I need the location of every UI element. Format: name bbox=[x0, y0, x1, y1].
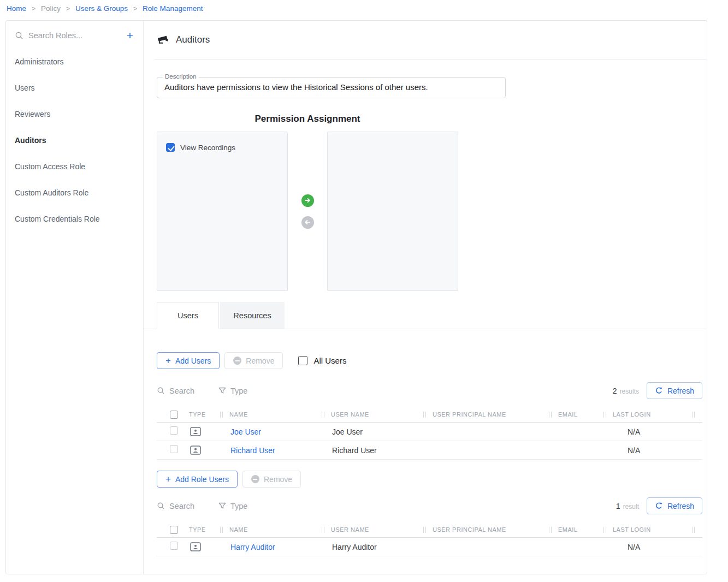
sidebar-item-administrators[interactable]: Administrators bbox=[6, 49, 143, 75]
view-recordings-checkbox[interactable] bbox=[166, 143, 175, 152]
select-all-checkbox[interactable] bbox=[170, 526, 178, 534]
assignment-arrows bbox=[288, 132, 327, 291]
description-label: Description bbox=[163, 73, 199, 80]
role-users-toolbar: + Add Role Users Remove bbox=[157, 471, 707, 488]
row-checkbox[interactable] bbox=[170, 542, 178, 550]
result-number: 1 bbox=[616, 502, 620, 510]
breadcrumb-link-users-groups[interactable]: Users & Groups bbox=[75, 4, 128, 13]
column-resize-handle[interactable] bbox=[322, 412, 324, 418]
sidebar-item-reviewers[interactable]: Reviewers bbox=[6, 101, 143, 127]
remove-role-users-label: Remove bbox=[264, 475, 292, 484]
sidebar-item-custom-access-role[interactable]: Custom Access Role bbox=[6, 153, 143, 180]
sidebar-item-custom-auditors-role[interactable]: Custom Auditors Role bbox=[6, 180, 143, 206]
users-table: TYPE NAME USER NAME USER PRINCIPAL NAME … bbox=[157, 407, 702, 460]
role-users-type-filter[interactable]: Type bbox=[218, 502, 247, 510]
roles-sidebar: + Administrators Users Reviewers Auditor… bbox=[6, 21, 144, 574]
refresh-icon bbox=[655, 387, 663, 395]
column-header-last-login[interactable]: LAST LOGIN bbox=[603, 522, 683, 537]
user-name-link[interactable]: Harry Auditor bbox=[230, 543, 275, 551]
users-refresh-button[interactable]: Refresh bbox=[647, 382, 702, 399]
users-filter-row: Search Type 2 results Refresh bbox=[157, 382, 702, 399]
page-title: Auditors bbox=[176, 34, 210, 45]
breadcrumb-link-home[interactable]: Home bbox=[7, 4, 26, 13]
remove-role-users-button[interactable]: Remove bbox=[242, 471, 301, 488]
assign-permission-button[interactable] bbox=[301, 194, 314, 207]
column-header-type[interactable]: TYPE bbox=[181, 522, 220, 537]
select-all-checkbox[interactable] bbox=[170, 411, 178, 419]
role-users-table: TYPE NAME USER NAME USER PRINCIPAL NAME … bbox=[157, 522, 702, 556]
column-header-email[interactable]: EMAIL bbox=[549, 407, 603, 422]
role-users-search-filter[interactable]: Search bbox=[157, 502, 194, 510]
row-checkbox[interactable] bbox=[170, 426, 178, 435]
sidebar-item-users[interactable]: Users bbox=[6, 75, 143, 101]
column-header-user-principal-name[interactable]: USER PRINCIPAL NAME bbox=[423, 407, 549, 422]
role-users-result-count: 1 result bbox=[616, 502, 639, 510]
tab-resources[interactable]: Resources bbox=[220, 302, 285, 329]
add-role-button[interactable]: + bbox=[126, 29, 134, 41]
column-resize-handle[interactable] bbox=[423, 527, 426, 533]
users-result-count: 2 results bbox=[613, 387, 639, 395]
column-resize-handle[interactable] bbox=[603, 412, 606, 418]
permission-assignment: Permission Assignment View Recordings bbox=[157, 114, 458, 291]
add-role-users-button[interactable]: + Add Role Users bbox=[157, 471, 238, 488]
unassign-permission-button[interactable] bbox=[301, 216, 314, 229]
users-type-filter[interactable]: Type bbox=[218, 387, 247, 395]
column-header-user-name[interactable]: USER NAME bbox=[322, 522, 423, 537]
column-header-name[interactable]: NAME bbox=[220, 407, 322, 422]
all-users-label: All Users bbox=[313, 356, 346, 365]
table-row: Harry Auditor Harry Auditor N/A bbox=[157, 538, 702, 556]
header-divider bbox=[155, 59, 707, 60]
column-resize-handle[interactable] bbox=[692, 527, 695, 533]
role-header: Auditors bbox=[144, 21, 707, 59]
all-users-toggle[interactable]: All Users bbox=[298, 356, 346, 365]
column-resize-handle[interactable] bbox=[220, 527, 223, 533]
column-resize-handle[interactable] bbox=[322, 527, 324, 533]
result-word: results bbox=[620, 388, 639, 395]
role-users-refresh-button[interactable]: Refresh bbox=[647, 497, 702, 514]
breadcrumb-link-role-management[interactable]: Role Management bbox=[143, 4, 203, 13]
last-login-cell: N/A bbox=[603, 543, 683, 551]
sidebar-item-custom-credentials-role[interactable]: Custom Credentials Role bbox=[6, 206, 143, 232]
breadcrumb-separator: > bbox=[32, 5, 35, 13]
search-filter-label: Search bbox=[169, 502, 194, 510]
column-resize-handle[interactable] bbox=[220, 412, 223, 418]
permission-item-view-recordings[interactable]: View Recordings bbox=[166, 143, 279, 152]
user-name-link[interactable]: Richard User bbox=[230, 446, 275, 455]
search-filter-label: Search bbox=[169, 387, 194, 395]
column-header-last-login[interactable]: LAST LOGIN bbox=[603, 407, 683, 422]
add-users-button[interactable]: + Add Users bbox=[157, 352, 220, 369]
users-table-header: TYPE NAME USER NAME USER PRINCIPAL NAME … bbox=[157, 407, 702, 423]
table-row: Joe User Joe User N/A bbox=[157, 423, 702, 441]
user-name-link[interactable]: Joe User bbox=[230, 427, 261, 436]
role-users-table-header: TYPE NAME USER NAME USER PRINCIPAL NAME … bbox=[157, 522, 702, 538]
result-word: result bbox=[623, 503, 639, 510]
row-checkbox[interactable] bbox=[170, 445, 178, 453]
cctv-camera-icon bbox=[157, 33, 170, 46]
column-header-name[interactable]: NAME bbox=[220, 522, 322, 537]
column-header-type[interactable]: TYPE bbox=[181, 407, 220, 422]
column-resize-handle[interactable] bbox=[549, 412, 552, 418]
search-roles-input[interactable] bbox=[28, 31, 121, 40]
remove-users-button[interactable]: Remove bbox=[224, 352, 283, 369]
column-resize-handle[interactable] bbox=[423, 412, 426, 418]
last-login-cell: N/A bbox=[603, 427, 683, 436]
type-filter-label: Type bbox=[230, 502, 247, 510]
column-header-user-name[interactable]: USER NAME bbox=[322, 407, 423, 422]
id-card-user-icon bbox=[190, 542, 201, 551]
tab-users[interactable]: Users bbox=[157, 302, 219, 329]
users-search-filter[interactable]: Search bbox=[157, 387, 194, 395]
column-resize-handle[interactable] bbox=[549, 527, 552, 533]
column-header-user-principal-name[interactable]: USER PRINCIPAL NAME bbox=[423, 522, 549, 537]
breadcrumb-separator: > bbox=[133, 5, 137, 13]
description-field[interactable]: Description Auditors have permissions to… bbox=[157, 77, 506, 98]
all-users-checkbox[interactable] bbox=[298, 356, 307, 365]
column-header-email[interactable]: EMAIL bbox=[549, 522, 603, 537]
minus-circle-icon bbox=[251, 475, 259, 483]
refresh-icon bbox=[655, 502, 663, 510]
minus-circle-icon bbox=[233, 357, 241, 365]
column-resize-handle[interactable] bbox=[692, 412, 695, 418]
column-resize-handle[interactable] bbox=[603, 527, 606, 533]
sidebar-item-auditors[interactable]: Auditors bbox=[6, 127, 143, 153]
refresh-label: Refresh bbox=[667, 502, 694, 510]
available-permissions-box: View Recordings bbox=[157, 132, 288, 291]
